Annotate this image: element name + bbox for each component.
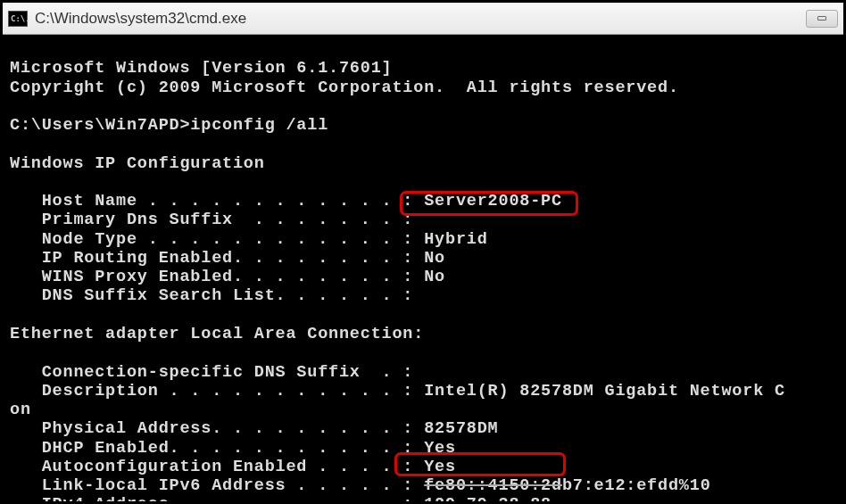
row-node-type: Node Type . . . . . . . . . . . . : Hybr…: [10, 230, 488, 249]
autoconfig-label: Autoconfiguration Enabled . . . . :: [10, 458, 424, 476]
window-title: C:\Windows\system32\cmd.exe: [35, 10, 806, 28]
row-autoconfig: Autoconfiguration Enabled . . . . : Yes: [10, 458, 456, 476]
row-link-local-ipv6: Link-local IPv6 Address . . . . . : fe80…: [10, 476, 711, 495]
dhcp-enabled-value: Yes: [424, 439, 456, 458]
conn-dns-suffix-label: Connection-specific DNS Suffix . :: [10, 363, 413, 382]
row-dns-suffix-list: DNS Suffix Search List. . . . . . :: [10, 286, 413, 305]
row-wins-proxy: WINS Proxy Enabled. . . . . . . . : No: [10, 268, 445, 286]
host-name-label: Host Name . . . . . . . . . . . . :: [10, 192, 424, 211]
cmd-icon-text: C:\.: [11, 14, 30, 23]
window-controls: [806, 10, 838, 28]
ipv4-value: 129.79.38.88: [424, 495, 552, 501]
row-ip-routing: IP Routing Enabled. . . . . . . . : No: [10, 249, 445, 268]
primary-dns-label: Primary Dns Suffix . . . . . . . :: [10, 211, 413, 229]
node-type-value: Hybrid: [424, 230, 487, 249]
host-name-value: Server2008-PC: [424, 192, 562, 211]
row-description: Description . . . . . . . . . . . : Inte…: [10, 382, 785, 401]
description-label: Description . . . . . . . . . . . :: [10, 382, 424, 401]
row-ipv4: IPv4 Address. . . . . . . . . . . : 129.…: [10, 495, 552, 501]
terminal-output[interactable]: Microsoft Windows [Version 6.1.7601] Cop…: [3, 35, 843, 501]
header-line-2: Copyright (c) 2009 Microsoft Corporation…: [10, 78, 679, 97]
physical-address-value: 82578DM: [424, 419, 498, 438]
row-host-name: Host Name . . . . . . . . . . . . : Serv…: [10, 192, 562, 211]
link-local-ipv6-label: Link-local IPv6 Address . . . . . :: [10, 476, 424, 495]
link-local-ipv6-struck: fe80::4150:2d: [424, 476, 562, 495]
autoconfig-value: Yes: [424, 458, 456, 476]
section-ethernet-adapter: Ethernet adapter Local Area Connection:: [10, 325, 424, 343]
header-line-1: Microsoft Windows [Version 6.1.7601]: [10, 59, 392, 78]
cmd-icon: C:\.: [8, 11, 28, 27]
minimize-icon: [817, 16, 826, 21]
row-conn-dns-suffix: Connection-specific DNS Suffix . :: [10, 363, 413, 382]
row-dhcp-enabled: DHCP Enabled. . . . . . . . . . . : Yes: [10, 439, 456, 458]
ipv4-label: IPv4 Address. . . . . . . . . . . :: [10, 495, 424, 501]
section-windows-ip-config: Windows IP Configuration: [10, 154, 265, 173]
wins-proxy-label: WINS Proxy Enabled. . . . . . . . :: [10, 268, 424, 286]
ip-routing-label: IP Routing Enabled. . . . . . . . :: [10, 249, 424, 268]
cmd-window: C:\. C:\Windows\system32\cmd.exe Microso…: [3, 3, 843, 501]
row-description-wrap: on: [10, 401, 31, 419]
dhcp-enabled-label: DHCP Enabled. . . . . . . . . . . :: [10, 439, 424, 458]
titlebar[interactable]: C:\. C:\Windows\system32\cmd.exe: [3, 3, 843, 35]
link-local-ipv6-tail: b7:e12:efdd%10: [562, 476, 711, 495]
node-type-label: Node Type . . . . . . . . . . . . :: [10, 230, 424, 249]
ip-routing-value: No: [424, 249, 445, 268]
row-physical-address: Physical Address. . . . . . . . . : 8257…: [10, 419, 499, 438]
prompt-line: C:\Users\Win7APD>ipconfig /all: [10, 116, 328, 135]
row-primary-dns: Primary Dns Suffix . . . . . . . :: [10, 211, 413, 229]
dns-suffix-list-label: DNS Suffix Search List. . . . . . :: [10, 286, 413, 305]
physical-address-label: Physical Address. . . . . . . . . :: [10, 419, 424, 438]
description-value: Intel(R) 82578DM Gigabit Network C: [424, 382, 785, 401]
minimize-button[interactable]: [806, 10, 838, 28]
wins-proxy-value: No: [424, 268, 445, 286]
